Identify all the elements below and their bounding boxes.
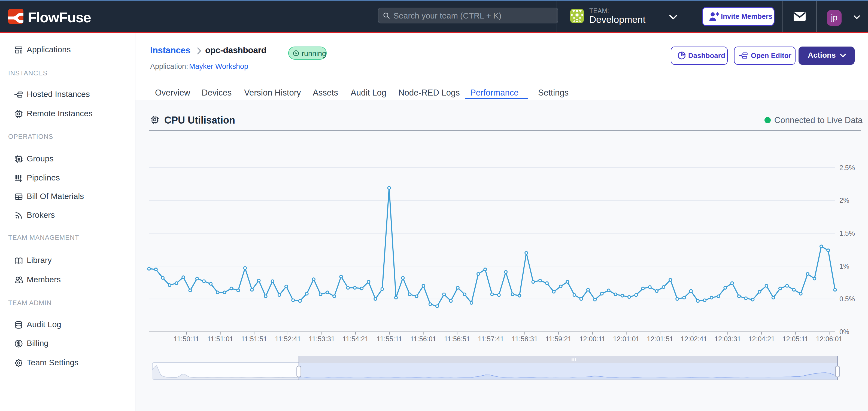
svg-text:2%: 2%	[839, 197, 849, 204]
svg-text:11:51:01: 11:51:01	[207, 335, 233, 343]
svg-text:12:01:01: 12:01:01	[613, 335, 640, 343]
svg-text:11:59:21: 11:59:21	[546, 335, 571, 343]
svg-text:12:04:21: 12:04:21	[748, 335, 775, 343]
svg-text:11:57:41: 11:57:41	[478, 335, 504, 343]
svg-text:0%: 0%	[839, 328, 849, 336]
svg-text:11:56:01: 11:56:01	[410, 335, 436, 343]
svg-text:2.5%: 2.5%	[839, 164, 855, 171]
svg-text:11:53:31: 11:53:31	[309, 335, 335, 343]
svg-text:1.5%: 1.5%	[839, 230, 855, 237]
svg-text:11:54:21: 11:54:21	[342, 335, 368, 343]
svg-text:12:02:41: 12:02:41	[681, 335, 707, 343]
svg-text:11:52:41: 11:52:41	[275, 335, 301, 343]
svg-text:11:56:51: 11:56:51	[444, 335, 470, 343]
svg-text:11:51:51: 11:51:51	[241, 335, 267, 343]
svg-text:12:01:51: 12:01:51	[647, 335, 673, 343]
svg-text:12:03:31: 12:03:31	[714, 335, 741, 343]
svg-text:12:05:11: 12:05:11	[782, 335, 808, 343]
svg-text:11:58:31: 11:58:31	[512, 335, 537, 343]
svg-text:12:00:11: 12:00:11	[580, 335, 606, 343]
svg-text:1%: 1%	[839, 262, 849, 270]
svg-text:12:06:01: 12:06:01	[816, 335, 842, 343]
svg-text:0.5%: 0.5%	[839, 295, 855, 303]
svg-text:11:50:11: 11:50:11	[174, 335, 199, 343]
svg-text:11:55:11: 11:55:11	[377, 335, 402, 343]
